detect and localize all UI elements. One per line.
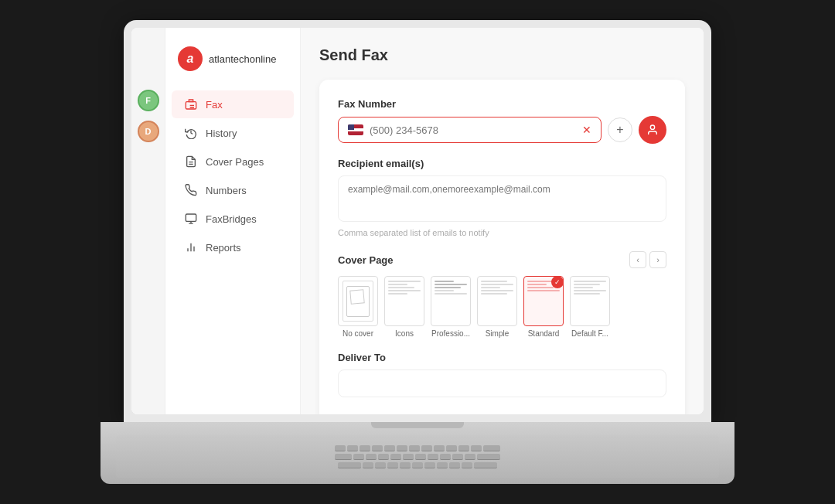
fax-icon xyxy=(184,97,198,111)
key xyxy=(363,462,373,468)
key xyxy=(477,454,500,460)
cover-page-label-icons: Icons xyxy=(395,329,414,338)
us-flag-icon xyxy=(348,124,363,135)
key xyxy=(421,445,432,451)
avatar-bar: F D xyxy=(131,28,165,414)
cover-page-label-default-f: Default F... xyxy=(571,329,608,338)
cover-page-standard[interactable]: ✓ Standard xyxy=(523,276,564,338)
key xyxy=(360,445,370,451)
cover-page-label: Cover Page xyxy=(338,254,394,266)
key xyxy=(378,454,389,460)
svg-point-9 xyxy=(650,125,654,129)
key xyxy=(462,462,472,468)
key xyxy=(375,462,386,468)
key xyxy=(387,462,398,468)
key xyxy=(458,445,469,451)
key xyxy=(452,454,463,460)
fax-input-row: ✕ + xyxy=(338,116,666,144)
sidebar-item-history[interactable]: History xyxy=(172,119,294,147)
key xyxy=(412,462,423,468)
key xyxy=(434,445,445,451)
key xyxy=(366,454,377,460)
cover-page-thumb-no-cover xyxy=(338,276,378,326)
clear-fax-icon[interactable]: ✕ xyxy=(582,124,591,136)
cover-page-thumb-standard: ✓ xyxy=(523,276,564,326)
sidebar-label-reports: Reports xyxy=(206,242,241,254)
key xyxy=(403,454,414,460)
key xyxy=(397,445,407,451)
key xyxy=(409,445,420,451)
cover-prev-button[interactable]: ‹ xyxy=(629,251,646,268)
cover-page-simple[interactable]: Simple xyxy=(477,276,517,338)
sidebar-label-cover-pages: Cover Pages xyxy=(206,156,264,168)
main-content: Send Fax Fax Number ✕ + xyxy=(301,28,704,414)
deliver-to-input[interactable] xyxy=(338,369,666,397)
avatar-d[interactable]: D xyxy=(138,121,159,142)
cover-page-icons[interactable]: Icons xyxy=(384,276,424,338)
key xyxy=(424,462,435,468)
fax-number-input[interactable] xyxy=(370,124,579,136)
recipient-email-input[interactable] xyxy=(338,175,666,222)
cover-page-section: Cover Page ‹ › xyxy=(338,251,666,338)
cover-pages-icon xyxy=(184,155,198,169)
cover-page-thumb-simple xyxy=(477,276,517,326)
cover-page-nav: ‹ › xyxy=(629,251,666,268)
fax-number-label: Fax Number xyxy=(338,98,666,110)
sidebar-item-fax[interactable]: Fax xyxy=(172,90,294,118)
key xyxy=(415,454,426,460)
key xyxy=(446,445,457,451)
key xyxy=(372,445,383,451)
key xyxy=(440,454,451,460)
numbers-icon xyxy=(184,183,198,197)
reports-icon xyxy=(184,240,198,254)
cover-page-thumb-default-f xyxy=(570,276,610,326)
sidebar-item-faxbridges[interactable]: FaxBridges xyxy=(172,205,294,233)
recipient-email-group: Recipient email(s) Comma separated list … xyxy=(338,158,666,237)
key xyxy=(400,462,411,468)
fax-input-wrapper[interactable]: ✕ xyxy=(338,117,602,143)
cover-page-professional[interactable]: Professio... xyxy=(431,276,471,338)
key xyxy=(335,454,352,460)
key xyxy=(428,454,438,460)
cover-page-no-cover[interactable]: No cover xyxy=(338,276,378,338)
sidebar-item-numbers[interactable]: Numbers xyxy=(172,176,294,204)
key xyxy=(347,445,358,451)
sidebar-label-history: History xyxy=(206,128,237,139)
key xyxy=(474,462,497,468)
cover-page-label-standard: Standard xyxy=(528,329,560,338)
avatar-f[interactable]: F xyxy=(138,90,159,111)
fax-number-group: Fax Number ✕ + xyxy=(338,98,666,144)
deliver-to-label: Deliver To xyxy=(338,352,666,363)
cover-page-thumb-icons xyxy=(384,276,424,326)
cover-next-button[interactable]: › xyxy=(649,251,666,268)
key xyxy=(353,454,364,460)
key xyxy=(483,445,500,451)
deliver-to-group: Deliver To xyxy=(338,352,666,397)
brand-logo-icon: a xyxy=(178,46,203,71)
cover-page-thumb-professional xyxy=(431,276,471,326)
laptop-base xyxy=(101,422,734,484)
cover-page-label-professional: Professio... xyxy=(431,329,470,338)
key xyxy=(449,462,460,468)
send-fax-form: Fax Number ✕ + xyxy=(319,80,685,414)
key xyxy=(390,454,401,460)
faxbridges-icon xyxy=(184,212,198,226)
contact-book-button[interactable] xyxy=(639,116,666,144)
key xyxy=(465,454,475,460)
cover-page-label-simple: Simple xyxy=(486,329,510,338)
brand-name: atlantechonline xyxy=(209,53,276,65)
add-fax-button[interactable]: + xyxy=(608,117,632,142)
history-icon xyxy=(184,126,198,140)
sidebar: a atlantechonline Fax xyxy=(165,28,301,414)
sidebar-item-cover-pages[interactable]: Cover Pages xyxy=(172,148,294,175)
keyboard xyxy=(116,435,719,478)
key xyxy=(338,462,361,468)
cover-page-default-f[interactable]: Default F... xyxy=(570,276,610,338)
sidebar-item-reports[interactable]: Reports xyxy=(172,233,294,261)
recipient-email-label: Recipient email(s) xyxy=(338,158,666,169)
key xyxy=(335,445,346,451)
svg-rect-3 xyxy=(186,214,196,221)
key xyxy=(437,462,448,468)
cover-page-label-no-cover: No cover xyxy=(343,329,373,338)
sidebar-label-numbers: Numbers xyxy=(206,185,247,196)
